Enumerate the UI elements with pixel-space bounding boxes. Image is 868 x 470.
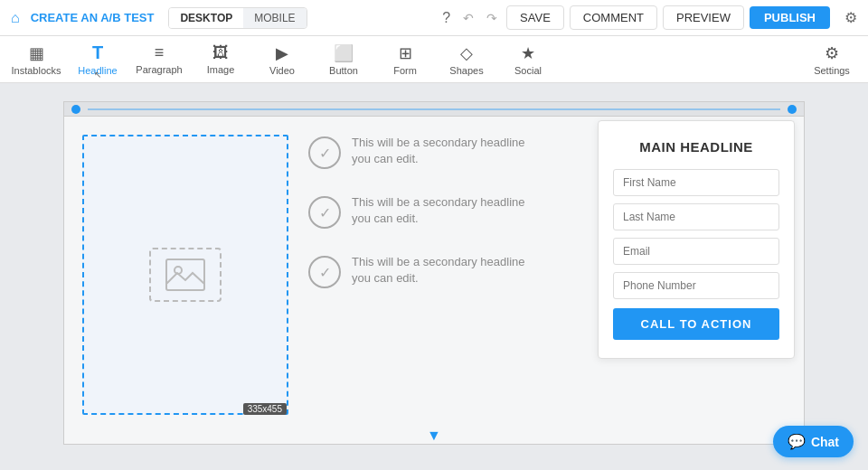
- desktop-button[interactable]: DESKTOP: [169, 8, 243, 28]
- guide-line: [88, 108, 780, 110]
- feature-item-1: ✓ This will be a secondary headline you …: [308, 135, 543, 169]
- redo-button[interactable]: ↷: [483, 9, 501, 27]
- cursor-indicator: ↖: [94, 70, 101, 80]
- save-button[interactable]: SAVE: [506, 5, 564, 30]
- scroll-down-icon: ▼: [427, 428, 441, 444]
- feature-check-3: ✓: [308, 256, 341, 288]
- toolbar-paragraph[interactable]: ≡ Paragraph: [130, 38, 188, 81]
- canvas-inner: 335x455 ✓ This will be a secondary headl…: [0, 83, 868, 470]
- page-canvas[interactable]: 335x455 ✓ This will be a secondary headl…: [63, 101, 805, 445]
- guide-dot-right: [788, 105, 797, 114]
- toolbar-settings[interactable]: ⚙ Settings: [803, 38, 861, 81]
- toolbar-instablocks-label: Instablocks: [11, 65, 61, 76]
- image-icon: 🖼: [212, 43, 229, 62]
- feature-check-2: ✓: [308, 196, 341, 229]
- toolbar-social[interactable]: ★ Social: [499, 38, 557, 81]
- last-name-input[interactable]: [613, 203, 779, 230]
- form-icon: ⊞: [399, 43, 412, 63]
- toolbar-image-label: Image: [207, 64, 235, 75]
- cta-button[interactable]: CALL TO ACTION: [613, 308, 779, 340]
- home-icon[interactable]: ⌂: [11, 10, 20, 26]
- settings-button[interactable]: ⚙: [844, 9, 857, 26]
- device-selector: DESKTOP MOBILE: [168, 7, 307, 29]
- feature-item-3: ✓ This will be a secondary headline you …: [308, 254, 543, 288]
- toolbar-paragraph-label: Paragraph: [136, 64, 182, 75]
- create-ab-test-link[interactable]: CREATE AN A/B TEST: [31, 11, 155, 24]
- toolbar: ▦ Instablocks T Headline ↖ ≡ Paragraph 🖼…: [0, 36, 868, 83]
- email-input[interactable]: [613, 238, 779, 265]
- feature-text-1: This will be a secondary headline you ca…: [352, 135, 543, 167]
- chat-label: Chat: [811, 435, 839, 449]
- paragraph-icon: ≡: [155, 43, 165, 62]
- svg-rect-0: [166, 259, 204, 290]
- topbar: ⌂ CREATE AN A/B TEST DESKTOP MOBILE ? ↶ …: [0, 0, 868, 36]
- canvas-area: 335x455 ✓ This will be a secondary headl…: [0, 83, 868, 470]
- phone-input[interactable]: [613, 272, 779, 299]
- headline-icon: T: [92, 42, 103, 63]
- toolbar-shapes-label: Shapes: [449, 65, 483, 76]
- preview-button[interactable]: PREVIEW: [663, 5, 744, 30]
- feature-item-2: ✓ This will be a secondary headline you …: [308, 194, 543, 229]
- toolbar-video-label: Video: [269, 65, 295, 76]
- help-button[interactable]: ?: [439, 6, 454, 30]
- toolbar-settings-label: Settings: [814, 65, 850, 76]
- image-placeholder: [149, 248, 222, 302]
- topbar-actions: ? ↶ ↷ SAVE COMMENT PREVIEW PUBLISH: [439, 5, 830, 30]
- toolbar-video[interactable]: ▶ Video: [253, 38, 311, 81]
- chat-icon: 💬: [788, 433, 806, 450]
- guide-dot-left: [71, 105, 80, 114]
- button-icon: ⬜: [334, 43, 354, 63]
- first-name-input[interactable]: [613, 169, 779, 196]
- placeholder-image-icon: [165, 258, 205, 291]
- selection-size-label: 335x455: [243, 403, 287, 415]
- toolbar-form-label: Form: [393, 65, 417, 76]
- selection-box[interactable]: 335x455: [82, 135, 288, 415]
- undo-button[interactable]: ↶: [459, 9, 477, 27]
- social-icon: ★: [521, 43, 535, 63]
- toolbar-button-label: Button: [329, 65, 358, 76]
- toolbar-form[interactable]: ⊞ Form: [376, 38, 434, 81]
- toolbar-social-label: Social: [514, 65, 542, 76]
- comment-button[interactable]: COMMENT: [570, 5, 657, 30]
- video-icon: ▶: [276, 43, 288, 63]
- mobile-button[interactable]: MOBILE: [243, 8, 306, 28]
- form-panel: MAIN HEADLINE CALL TO ACTION: [598, 120, 795, 359]
- feature-text-2: This will be a secondary headline you ca…: [352, 194, 543, 227]
- feature-check-1: ✓: [308, 136, 341, 169]
- toolbar-shapes[interactable]: ◇ Shapes: [438, 38, 495, 81]
- toolbar-instablocks[interactable]: ▦ Instablocks: [7, 38, 65, 81]
- toolbar-image[interactable]: 🖼 Image: [192, 38, 250, 81]
- chat-bubble[interactable]: 💬 Chat: [773, 426, 854, 457]
- instablocks-icon: ▦: [29, 43, 44, 63]
- toolbar-button[interactable]: ⬜ Button: [315, 38, 373, 81]
- form-headline: MAIN HEADLINE: [613, 139, 779, 155]
- features-area: ✓ This will be a secondary headline you …: [308, 135, 543, 314]
- toolbar-headline[interactable]: T Headline ↖: [69, 38, 127, 81]
- feature-text-3: This will be a secondary headline you ca…: [352, 254, 543, 287]
- publish-button[interactable]: PUBLISH: [750, 6, 830, 29]
- shapes-icon: ◇: [460, 43, 473, 63]
- top-guide: [64, 102, 804, 117]
- settings-gear-icon: ⚙: [825, 43, 839, 63]
- bottom-bar: ▼: [64, 428, 804, 444]
